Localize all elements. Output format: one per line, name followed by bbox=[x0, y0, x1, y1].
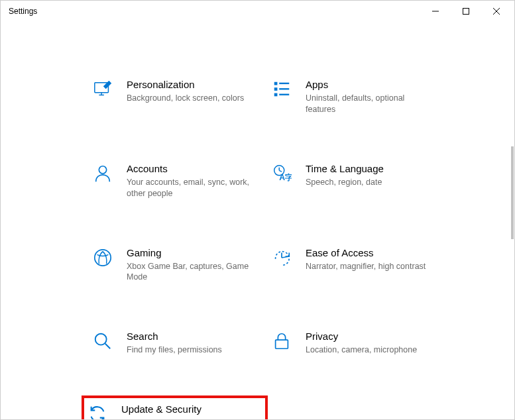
tile-desc: Narrator, magnifier, high contrast bbox=[306, 261, 429, 272]
tile-desc: Your accounts, email, sync, work, other … bbox=[127, 177, 251, 199]
tile-desc: Location, camera, microphone bbox=[306, 344, 429, 356]
accounts-icon bbox=[92, 163, 113, 184]
svg-rect-8 bbox=[274, 87, 278, 91]
tile-privacy[interactable]: Privacy Location, camera, microphone bbox=[266, 327, 441, 360]
tile-desc: Windows Update, recovery, backup bbox=[121, 417, 256, 420]
tile-title: Personalization bbox=[127, 79, 251, 90]
settings-grid: Personalization Background, lock screen,… bbox=[87, 75, 461, 420]
scrollbar[interactable] bbox=[511, 146, 514, 239]
tile-title: Time & Language bbox=[306, 163, 429, 174]
gaming-icon bbox=[92, 247, 113, 268]
maximize-button[interactable] bbox=[451, 1, 481, 21]
tile-text: Personalization Background, lock screen,… bbox=[127, 79, 257, 104]
tile-search[interactable]: Search Find my files, permissions bbox=[87, 327, 262, 360]
tile-text: Privacy Location, camera, microphone bbox=[306, 331, 436, 356]
tile-title: Apps bbox=[306, 79, 429, 90]
tile-desc: Speech, region, date bbox=[306, 177, 429, 188]
tile-text: Search Find my files, permissions bbox=[127, 331, 257, 356]
tile-title: Accounts bbox=[127, 163, 251, 174]
tile-title: Ease of Access bbox=[306, 247, 429, 258]
settings-content: Personalization Background, lock screen,… bbox=[1, 22, 514, 420]
tile-text: Accounts Your accounts, email, sync, wor… bbox=[127, 163, 257, 199]
tile-title: Gaming bbox=[127, 247, 251, 258]
svg-rect-1 bbox=[463, 9, 469, 15]
titlebar: Settings bbox=[1, 1, 514, 22]
svg-line-21 bbox=[105, 344, 111, 349]
close-button[interactable] bbox=[481, 1, 512, 21]
tile-desc: Xbox Game Bar, captures, Game Mode bbox=[127, 261, 251, 284]
tile-ease-of-access[interactable]: Ease of Access Narrator, magnifier, high… bbox=[266, 243, 441, 288]
tile-desc: Find my files, permissions bbox=[127, 344, 251, 356]
tile-accounts[interactable]: Accounts Your accounts, email, sync, wor… bbox=[87, 159, 262, 203]
svg-rect-7 bbox=[274, 82, 278, 85]
tile-desc: Background, lock screen, colors bbox=[127, 93, 251, 104]
svg-rect-9 bbox=[274, 93, 278, 97]
svg-point-13 bbox=[99, 166, 106, 174]
tile-title: Search bbox=[127, 331, 251, 342]
svg-point-20 bbox=[95, 334, 107, 345]
privacy-icon bbox=[271, 331, 292, 352]
svg-rect-12 bbox=[279, 94, 289, 95]
tile-apps[interactable]: Apps Uninstall, defaults, optional featu… bbox=[266, 75, 441, 119]
svg-rect-11 bbox=[279, 88, 289, 89]
tile-gaming[interactable]: Gaming Xbox Game Bar, captures, Game Mod… bbox=[87, 243, 262, 288]
tile-update-security[interactable]: Update & Security Windows Update, recove… bbox=[82, 395, 268, 420]
svg-line-16 bbox=[279, 170, 282, 172]
tile-text: Update & Security Windows Update, recove… bbox=[121, 403, 262, 420]
svg-rect-22 bbox=[276, 340, 288, 348]
tile-personalization[interactable]: Personalization Background, lock screen,… bbox=[87, 75, 262, 119]
minimize-button[interactable] bbox=[420, 1, 451, 21]
search-icon bbox=[92, 331, 113, 352]
svg-rect-10 bbox=[279, 83, 289, 84]
window-controls bbox=[420, 1, 512, 21]
tile-time-language[interactable]: A字 Time & Language Speech, region, date bbox=[266, 159, 441, 203]
window-title: Settings bbox=[9, 7, 420, 16]
tile-title: Privacy bbox=[306, 331, 429, 342]
tile-text: Ease of Access Narrator, magnifier, high… bbox=[306, 247, 436, 272]
tile-text: Gaming Xbox Game Bar, captures, Game Mod… bbox=[127, 247, 257, 284]
svg-text:A字: A字 bbox=[279, 173, 292, 182]
ease-of-access-icon bbox=[271, 247, 292, 268]
personalization-icon bbox=[92, 79, 113, 100]
tile-title: Update & Security bbox=[121, 403, 256, 415]
tile-desc: Uninstall, defaults, optional features bbox=[306, 93, 429, 115]
tile-text: Time & Language Speech, region, date bbox=[306, 163, 436, 188]
time-language-icon: A字 bbox=[271, 163, 292, 184]
tile-text: Apps Uninstall, defaults, optional featu… bbox=[306, 79, 436, 115]
update-security-icon bbox=[87, 403, 108, 420]
apps-icon bbox=[271, 79, 292, 100]
